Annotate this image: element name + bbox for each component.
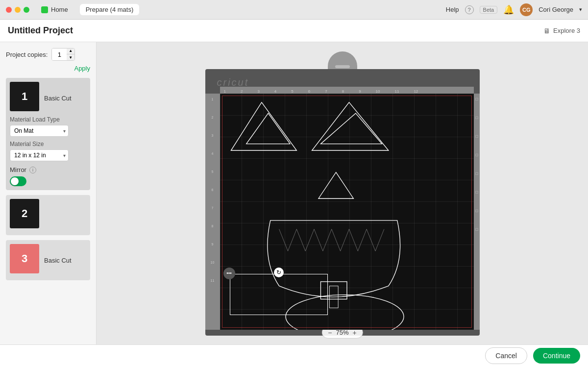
mirror-label: Mirror — [10, 166, 26, 173]
mirror-toggle[interactable] — [10, 176, 26, 186]
titlebar: Home Prepare (4 mats) Help ? Beta 🔔 CG C… — [0, 0, 588, 20]
mat-body: cricut 1 2 3 4 5 6 7 8 9 10 11 — [205, 69, 480, 336]
material-size-section: Material Size 12 in x 12 in 12 in x 24 i… — [10, 141, 86, 161]
traffic-lights — [6, 7, 29, 13]
mat-handle — [328, 51, 357, 71]
mat-1-label: Basic Cut — [44, 95, 72, 102]
mat-preview-1: 1 — [10, 82, 39, 111]
tab-home[interactable]: Home — [35, 4, 74, 15]
mat-card-1-row: 1 Basic Cut — [10, 82, 86, 114]
mirror-row: Mirror i — [10, 166, 86, 173]
avatar: CG — [520, 3, 533, 16]
mat-3-label: Basic Cut — [44, 257, 72, 264]
ruler-right: ☐ ☐ ☐ ☐ ☐ ☐ ☐ ☐ — [474, 94, 480, 330]
minimize-button[interactable] — [15, 7, 21, 13]
toggle-knob — [11, 177, 19, 185]
tab-prepare-label: Prepare (4 mats) — [86, 6, 134, 13]
project-title: Untitled Project — [8, 25, 73, 36]
copies-arrows: ▲ ▼ — [67, 48, 74, 61]
material-size-label: Material Size — [10, 141, 86, 147]
mat-card-1[interactable]: 1 Basic Cut Material Load Type On Mat Ro… — [6, 78, 90, 190]
main-layout: Project copies: ▲ ▼ Apply 1 Basic Cut — [0, 42, 588, 344]
copies-down-arrow[interactable]: ▼ — [67, 54, 74, 61]
help-label: Help — [446, 6, 459, 13]
project-copies-label: Project copies: — [6, 51, 48, 58]
apply-button[interactable]: Apply — [74, 65, 90, 72]
svg-marker-3 — [312, 102, 388, 150]
help-icon[interactable]: ? — [465, 5, 474, 14]
header-row: Untitled Project 🖥 Explore 3 — [0, 20, 588, 42]
close-button[interactable] — [6, 7, 12, 13]
ruler-top: 1 2 3 4 5 6 7 8 9 10 11 12 — [220, 87, 474, 94]
mat-preview-2: 2 — [10, 199, 39, 228]
selection-box[interactable]: ••• ↻ — [230, 274, 328, 315]
notification-icon[interactable]: 🔔 — [503, 4, 514, 15]
apply-row: Apply — [6, 65, 90, 72]
svg-rect-0 — [42, 7, 47, 12]
material-section: Material Load Type On Mat Roll Feed ▾ — [10, 116, 86, 137]
copies-input-wrap: ▲ ▼ — [51, 48, 75, 61]
project-copies-row: Project copies: ▲ ▼ — [6, 48, 90, 61]
selection-options-button[interactable]: ••• — [223, 268, 235, 279]
rotate-handle[interactable]: ↻ — [274, 268, 284, 277]
mat-container: cricut 1 2 3 4 5 6 7 8 9 10 11 — [205, 51, 480, 336]
svg-marker-5 — [318, 172, 353, 198]
mirror-info-icon[interactable]: i — [29, 167, 36, 173]
sidebar: Project copies: ▲ ▼ Apply 1 Basic Cut — [0, 42, 97, 344]
material-size-select[interactable]: 12 in x 12 in 12 in x 24 in — [10, 149, 69, 161]
svg-marker-1 — [231, 102, 296, 150]
svg-marker-4 — [320, 113, 382, 144]
zoom-level: 75% — [336, 329, 348, 336]
ruler-left: 1 2 3 4 5 6 7 8 9 10 11 — [205, 94, 220, 330]
mat-preview-3: 3 — [10, 244, 39, 273]
continue-button[interactable]: Continue — [533, 348, 580, 364]
tab-home-label: Home — [51, 6, 68, 13]
material-load-type-label: Material Load Type — [10, 116, 86, 123]
monitor-icon: 🖥 — [543, 27, 550, 35]
zoom-increase-button[interactable]: + — [353, 329, 357, 336]
copies-input[interactable] — [52, 48, 67, 61]
zoom-decrease-button[interactable]: − — [328, 329, 332, 336]
svg-marker-2 — [246, 113, 290, 144]
copies-up-arrow[interactable]: ▲ — [67, 48, 74, 54]
mat-card-2[interactable]: 2 — [6, 195, 90, 235]
material-load-type-select[interactable]: On Mat Roll Feed — [10, 125, 69, 137]
bottom-bar: Cancel Continue — [0, 344, 588, 366]
beta-badge: Beta — [480, 6, 498, 14]
fullscreen-button[interactable] — [24, 7, 29, 13]
mat-card-3[interactable]: 3 Basic Cut — [6, 240, 90, 280]
cutting-area[interactable]: ••• ↻ — [220, 94, 474, 330]
tab-prepare[interactable]: Prepare (4 mats) — [80, 4, 140, 15]
explore-label: Explore 3 — [553, 27, 580, 34]
material-size-select-wrap: 12 in x 12 in 12 in x 24 in ▾ — [10, 149, 69, 161]
username: Cori George — [539, 6, 573, 13]
cancel-button[interactable]: Cancel — [485, 347, 527, 364]
material-load-type-select-wrap: On Mat Roll Feed ▾ — [10, 125, 69, 137]
mat-card-3-row: 3 Basic Cut — [10, 244, 86, 276]
canvas-area: cricut 1 2 3 4 5 6 7 8 9 10 11 — [97, 42, 588, 344]
home-icon — [41, 6, 48, 13]
explore-button[interactable]: 🖥 Explore 3 — [543, 27, 580, 35]
user-chevron-icon[interactable]: ▾ — [579, 6, 582, 13]
titlebar-right: Help ? Beta 🔔 CG Cori George ▾ — [446, 3, 582, 16]
